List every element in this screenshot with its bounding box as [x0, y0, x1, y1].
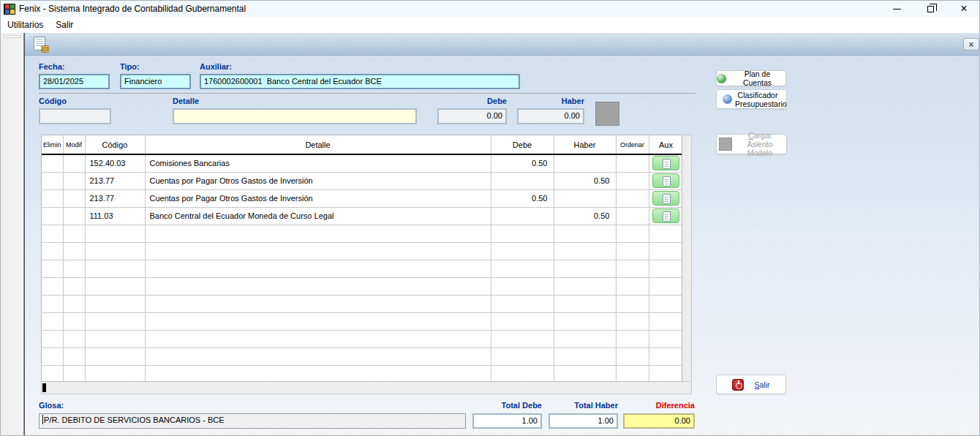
empty-cell — [42, 225, 63, 242]
diferencia-field: 0.00 — [623, 413, 695, 429]
aux-button[interactable] — [652, 191, 679, 206]
blue-sphere-icon — [723, 94, 732, 104]
titlebar: Fenix - Sistema Integrado de Contabilida… — [1, 1, 980, 17]
detalle-cell: Cuentas por Pagar Otros Gastos de Invers… — [145, 189, 491, 207]
empty-cell — [63, 330, 85, 347]
haber-field[interactable]: 0.00 — [517, 108, 584, 124]
entries-grid: Elimin Modif Código Detalle Debe Haber O… — [41, 135, 682, 382]
document-icon — [663, 176, 671, 187]
empty-cell — [491, 347, 554, 365]
table-row-empty[interactable] — [42, 225, 682, 242]
haber-cell — [554, 189, 616, 207]
elimin-cell[interactable] — [42, 207, 63, 225]
green-sphere-icon — [717, 74, 726, 83]
empty-cell — [42, 242, 63, 260]
empty-cell — [649, 365, 682, 382]
table-row-empty[interactable] — [42, 312, 682, 330]
table-row-empty[interactable] — [42, 277, 682, 295]
journal-entry-icon[interactable] — [33, 37, 50, 53]
minimize-button[interactable] — [880, 1, 913, 17]
empty-cell — [145, 365, 491, 382]
vertical-scrollbar[interactable] — [682, 135, 692, 382]
detalle-cell: Cuentas por Pagar Otros Gastos de Invers… — [145, 172, 491, 189]
aux-button[interactable] — [652, 156, 679, 170]
auxiliar-label: Auxiliar: — [200, 62, 232, 71]
header-codigo: Código — [85, 135, 145, 154]
table-row-empty[interactable] — [42, 295, 682, 312]
table-row-empty[interactable] — [42, 347, 682, 365]
ordenar-cell[interactable] — [616, 189, 649, 207]
menu-salir[interactable]: Salir — [50, 18, 79, 32]
grid-body: 152.40.03 Comisiones Bancarias 0.50 213.… — [42, 154, 682, 382]
clasificador-presupuestario-button[interactable]: Clasificador Presupuestario — [716, 89, 787, 109]
tipo-field[interactable]: Financiero — [120, 74, 191, 89]
empty-cell — [85, 347, 145, 365]
add-row-button[interactable] — [595, 102, 619, 126]
minimize-icon — [893, 9, 901, 10]
empty-cell — [63, 277, 85, 295]
empty-cell — [616, 365, 649, 382]
total-haber-label: Total Haber — [549, 401, 618, 410]
modif-cell[interactable] — [63, 172, 85, 189]
table-row-empty[interactable] — [42, 365, 682, 382]
debe-field[interactable]: 0.00 — [437, 108, 507, 124]
table-row-empty[interactable] — [42, 330, 682, 347]
detalle-field[interactable] — [173, 108, 417, 124]
grid-header-row: Elimin Modif Código Detalle Debe Haber O… — [42, 135, 682, 154]
empty-cell — [63, 347, 85, 365]
empty-cell — [616, 295, 649, 312]
glosa-field[interactable]: P/R. DEBITO DE SERVICIOS BANCARIOS - BCE — [39, 413, 466, 429]
modif-cell[interactable] — [63, 207, 85, 225]
mdi-close-button[interactable]: × — [963, 38, 979, 50]
table-row-empty[interactable] — [42, 260, 682, 277]
ordenar-cell[interactable] — [616, 207, 649, 225]
aux-button[interactable] — [652, 173, 679, 188]
debe-cell — [491, 172, 554, 189]
ordenar-cell[interactable] — [616, 154, 649, 172]
table-row[interactable]: 213.77 Cuentas por Pagar Otros Gastos de… — [42, 172, 682, 189]
salir-button[interactable]: Salir — [716, 375, 786, 394]
table-row-empty[interactable] — [42, 242, 682, 260]
table-row[interactable]: 111.03 Banco Central del Ecuador Moneda … — [42, 207, 682, 225]
modif-cell[interactable] — [63, 189, 85, 207]
ordenar-cell[interactable] — [616, 172, 649, 189]
close-button[interactable]: × — [947, 1, 980, 17]
empty-cell — [554, 277, 616, 295]
restore-button[interactable] — [913, 1, 947, 17]
header-modif: Modif — [63, 135, 85, 154]
empty-cell — [649, 347, 682, 365]
table-row[interactable]: 152.40.03 Comisiones Bancarias 0.50 — [42, 154, 682, 172]
codigo-field[interactable] — [39, 108, 111, 124]
plan-de-cuentas-button[interactable]: Plan de Cuentas — [716, 70, 786, 86]
haber-label: Haber — [517, 97, 584, 105]
debe-cell: 0.50 — [491, 154, 554, 172]
empty-cell — [554, 242, 616, 260]
empty-cell — [63, 242, 85, 260]
empty-cell — [85, 225, 145, 242]
fecha-field[interactable]: 28/01/2025 — [39, 74, 110, 89]
menu-utilitarios[interactable]: Utilitarios — [1, 18, 49, 32]
modif-cell[interactable] — [63, 154, 85, 172]
aux-button[interactable] — [652, 208, 679, 223]
table-row[interactable]: 213.77 Cuentas por Pagar Otros Gastos de… — [42, 189, 682, 207]
toolbar-gripper[interactable] — [4, 35, 21, 38]
auxiliar-field[interactable]: 1760002600001 Banco Central del Ecuador … — [200, 74, 520, 89]
tipo-label: Tipo: — [120, 62, 140, 71]
elimin-cell[interactable] — [42, 189, 63, 207]
document-icon — [663, 211, 671, 222]
empty-cell — [491, 295, 554, 312]
empty-cell — [616, 225, 649, 242]
detalle-cell: Comisiones Bancarias — [145, 154, 491, 172]
empty-cell — [491, 242, 554, 260]
elimin-cell[interactable] — [42, 172, 63, 189]
diferencia-label: Diferencia — [623, 401, 695, 410]
empty-cell — [145, 277, 491, 295]
codigo-cell: 213.77 — [85, 172, 145, 189]
cargar-asiento-modelo-button[interactable]: Cargar Asiento Modelo — [716, 134, 787, 154]
empty-cell — [491, 330, 554, 347]
elimin-cell[interactable] — [42, 154, 63, 172]
scrollbar-thumb[interactable] — [42, 383, 46, 392]
codigo-cell: 111.03 — [85, 207, 145, 225]
horizontal-scrollbar[interactable] — [41, 383, 692, 394]
empty-cell — [649, 242, 682, 260]
